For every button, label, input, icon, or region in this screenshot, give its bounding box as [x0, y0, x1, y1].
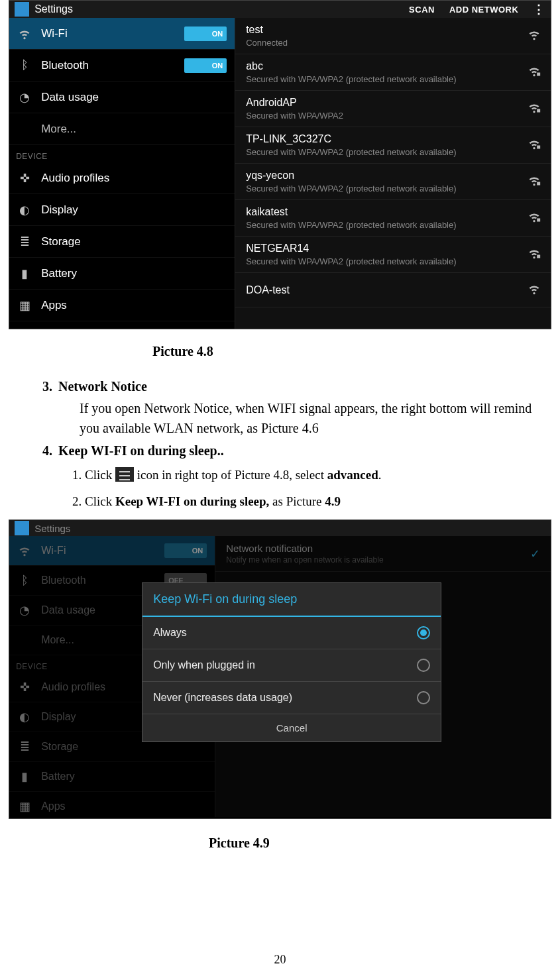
network-name: AndroidAP [246, 96, 527, 109]
sidebar-item-storage[interactable]: ≣ Storage [9, 226, 235, 258]
sidebar-label: Display [41, 203, 78, 217]
add-network-button[interactable]: ADD NETWORK [449, 5, 518, 15]
sidebar-item-wifi[interactable]: Wi-Fi ON [9, 536, 215, 566]
sidebar-label: Audio profiles [41, 681, 105, 693]
overflow-menu-icon[interactable]: ⋮ [533, 2, 545, 17]
audio-icon: ✜ [17, 680, 32, 694]
sidebar-label: Storage [41, 235, 81, 248]
sidebar-item-bluetooth[interactable]: ᛒ Bluetooth ON [9, 50, 235, 82]
network-name: yqs-yecon [246, 169, 527, 182]
network-name: abc [246, 60, 527, 73]
caption-picture-4-8: Picture 4.8 [152, 344, 553, 359]
sidebar-label: Bluetooth [41, 59, 89, 72]
wifi-network-row[interactable]: TP-LINK_3C327CSecured with WPA/WPA2 (pro… [235, 127, 551, 164]
network-status: Secured with WPA/WPA2 (protected network… [246, 184, 527, 194]
row-title: Network notification [226, 543, 383, 554]
sidebar-item-battery[interactable]: ▮ Battery [9, 258, 235, 290]
sidebar-item-more[interactable]: More... [9, 113, 235, 145]
svg-rect-2 [537, 146, 540, 149]
settings-app-icon[interactable] [15, 521, 29, 535]
wifi-toggle[interactable]: ON [164, 543, 207, 558]
sidebar-label: More... [41, 123, 76, 136]
dialog-cancel-button[interactable]: Cancel [142, 714, 441, 741]
statusbar: Settings SCAN ADD NETWORK ⋮ [9, 1, 551, 18]
bt-toggle[interactable]: ON [184, 58, 227, 73]
sidebar-label: Display [41, 711, 76, 723]
wifi-icon [17, 27, 32, 41]
sidebar-item-apps[interactable]: ▦Apps [9, 792, 215, 819]
network-name: test [246, 23, 527, 36]
wifi-lock-icon [527, 174, 541, 190]
svg-rect-3 [537, 182, 540, 186]
text: Click [85, 494, 115, 508]
sidebar-header-device: DEVICE [9, 145, 235, 162]
wifi-network-row[interactable]: AndroidAPSecured with WPA/WPA2 [235, 91, 551, 127]
sidebar-label: Data usage [41, 604, 95, 616]
svg-rect-5 [537, 255, 540, 258]
display-icon: ◐ [17, 203, 32, 217]
wifi-network-row[interactable]: testConnected [235, 18, 551, 54]
network-status: Connected [246, 38, 527, 48]
wifi-lock-icon [527, 64, 541, 80]
option-label: Only when plugged in [153, 659, 255, 671]
scan-button[interactable]: SCAN [409, 5, 435, 15]
svg-rect-4 [537, 219, 540, 222]
screenshot-wifi-list: Settings SCAN ADD NETWORK ⋮ Wi-Fi ON ᛒ B… [9, 0, 551, 329]
option-never[interactable]: Never (increases data usage) [142, 682, 441, 714]
text-bold: advanced [327, 468, 378, 482]
network-status: Secured with WPA/WPA2 (protected network… [246, 147, 527, 158]
list-item-4: Keep WI-FI on during sleep.. Click icon … [56, 443, 553, 512]
network-notification-row[interactable]: Network notification Notify me when an o… [215, 536, 551, 572]
app-title: Settings [34, 3, 394, 15]
apps-icon: ▦ [17, 298, 32, 313]
step-2: Click Keep WI-FI on during sleep, as Pic… [85, 492, 553, 512]
sidebar-label: Wi-Fi [41, 545, 66, 557]
option-always[interactable]: Always [142, 617, 441, 649]
wifi-network-row[interactable]: yqs-yeconSecured with WPA/WPA2 (protecte… [235, 164, 551, 200]
network-status: Secured with WPA/WPA2 (protected network… [246, 74, 527, 85]
sidebar-label: Battery [41, 267, 77, 280]
wifi-lock-icon [527, 210, 541, 226]
checkbox-checked-icon[interactable]: ✓ [530, 547, 540, 561]
keep-wifi-sleep-dialog: Keep Wi-Fi on during sleep Always Only w… [142, 582, 441, 742]
item-body: If you open Network Notice, when WIFI si… [80, 398, 553, 438]
sidebar-label: Apps [41, 299, 67, 312]
sidebar-item-audio[interactable]: ✜ Audio profiles [9, 162, 235, 194]
text: Click [85, 468, 115, 482]
wifi-network-row[interactable]: abcSecured with WPA/WPA2 (protected netw… [235, 54, 551, 91]
sidebar-item-data-usage[interactable]: ◔ Data usage [9, 82, 235, 113]
text: icon in right top of Picture 4.8, select [137, 468, 327, 482]
wifi-network-row[interactable]: NETGEAR14Secured with WPA/WPA2 (protecte… [235, 237, 551, 273]
sidebar-label: Storage [41, 741, 78, 753]
wifi-network-list[interactable]: testConnectedabcSecured with WPA/WPA2 (p… [235, 18, 551, 329]
option-plugged[interactable]: Only when plugged in [142, 649, 441, 682]
apps-icon: ▦ [17, 799, 32, 814]
screenshot-wifi-sleep-dialog: Settings Wi-Fi ON ᛒ Bluetooth OFF ◔ [9, 519, 551, 819]
bluetooth-icon: ᛒ [17, 58, 32, 73]
network-name: kaikatest [246, 205, 527, 219]
item-title: Network Notice [58, 379, 147, 394]
wifi-network-row[interactable]: DOA-test [235, 273, 551, 307]
data-usage-icon: ◔ [17, 90, 32, 105]
sidebar-label: More... [41, 634, 74, 646]
storage-icon: ≣ [17, 235, 32, 249]
sidebar-item-wifi[interactable]: Wi-Fi ON [9, 18, 235, 50]
wifi-toggle[interactable]: ON [184, 27, 227, 41]
instruction-list: Network Notice If you open Network Notic… [7, 379, 553, 512]
bluetooth-icon: ᛒ [17, 573, 32, 588]
network-name: DOA-test [246, 284, 527, 297]
sidebar-label: Wi-Fi [41, 27, 68, 40]
wifi-lock-icon [527, 137, 541, 153]
sidebar-item-display[interactable]: ◐ Display [9, 194, 235, 226]
network-name: TP-LINK_3C327C [246, 133, 527, 146]
radio-unselected-icon [417, 691, 430, 704]
sidebar-item-battery[interactable]: ▮Battery [9, 762, 215, 792]
network-status: Secured with WPA/WPA2 (protected network… [246, 220, 527, 231]
sidebar-label: Battery [41, 771, 75, 783]
settings-app-icon[interactable] [15, 2, 29, 17]
wifi-network-row[interactable]: kaikatestSecured with WPA/WPA2 (protecte… [235, 200, 551, 237]
sidebar-item-apps[interactable]: ▦ Apps [9, 290, 235, 321]
storage-icon: ≣ [17, 739, 32, 754]
battery-icon: ▮ [17, 266, 32, 281]
network-status: Secured with WPA/WPA2 [246, 111, 527, 121]
